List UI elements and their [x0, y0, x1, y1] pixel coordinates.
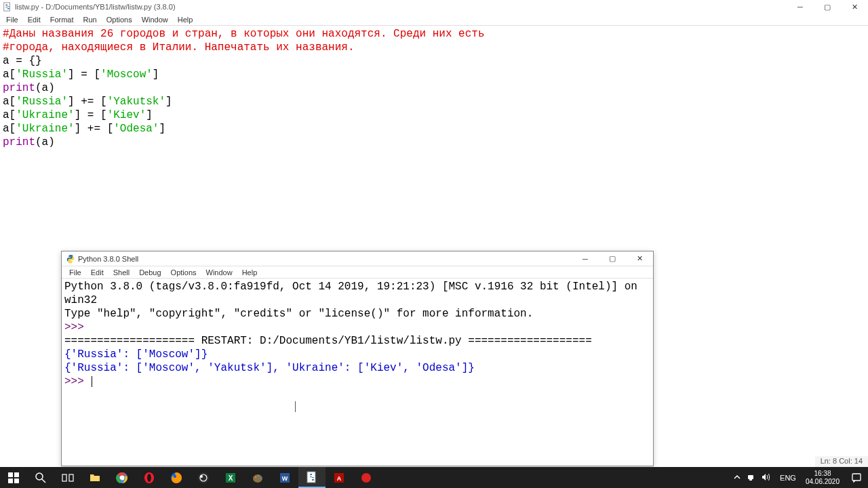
shell-menu-file[interactable]: File — [64, 268, 86, 277]
svg-line-6 — [42, 479, 45, 483]
svg-rect-2 — [14, 472, 19, 477]
svg-rect-8 — [69, 474, 73, 481]
svg-point-28 — [361, 473, 371, 483]
svg-text:X: X — [229, 474, 233, 482]
svg-text:A: A — [337, 475, 342, 482]
acrobat-icon[interactable]: A — [326, 467, 353, 488]
chevron-up-icon[interactable] — [734, 474, 741, 482]
menu-file[interactable]: File — [1, 15, 23, 24]
svg-point-20 — [255, 476, 256, 477]
network-icon[interactable] — [746, 472, 755, 483]
obs-icon[interactable] — [190, 467, 217, 488]
editor-titlebar: listw.py - D:/Documents/YB1/listw/listw.… — [0, 0, 868, 14]
shell-menu-edit[interactable]: Edit — [86, 268, 108, 277]
chrome-icon[interactable] — [108, 467, 136, 488]
shell-close-button[interactable]: ✕ — [626, 251, 653, 266]
notifications-button[interactable] — [845, 467, 868, 488]
python-file-icon — [3, 2, 12, 12]
svg-rect-4 — [14, 479, 19, 483]
file-explorer-icon[interactable] — [81, 467, 108, 488]
menu-format[interactable]: Format — [45, 15, 79, 24]
svg-point-12 — [147, 474, 151, 482]
editor-window-controls: ─ ▢ ✕ — [787, 0, 868, 14]
taskbar-right: ENG 16:38 04.06.2020 — [728, 467, 868, 488]
volume-icon[interactable] — [761, 472, 770, 483]
shell-menu-options[interactable]: Options — [166, 268, 201, 277]
start-button[interactable] — [0, 467, 27, 488]
shell-titlebar: Python 3.8.0 Shell ─ ▢ ✕ — [62, 251, 653, 266]
menu-edit[interactable]: Edit — [23, 15, 45, 24]
svg-point-21 — [258, 474, 259, 476]
language-indicator[interactable]: ENG — [776, 474, 800, 482]
svg-rect-31 — [852, 474, 861, 481]
text-cursor-icon — [295, 401, 296, 412]
menu-run[interactable]: Run — [79, 15, 102, 24]
maximize-button[interactable]: ▢ — [814, 0, 841, 14]
svg-rect-1 — [8, 472, 13, 477]
excel-icon[interactable]: X — [217, 467, 244, 488]
svg-rect-29 — [748, 475, 753, 479]
shell-menu-shell[interactable]: Shell — [108, 268, 134, 277]
menu-options[interactable]: Options — [102, 15, 137, 24]
shell-menu-debug[interactable]: Debug — [134, 268, 165, 277]
shell-title: Python 3.8.0 Shell — [78, 255, 138, 263]
editor-title: listw.py - D:/Documents/YB1/listw/listw.… — [15, 3, 176, 11]
record-icon[interactable] — [353, 467, 380, 488]
firefox-icon[interactable] — [163, 467, 190, 488]
svg-rect-30 — [749, 479, 752, 481]
clock-date: 04.06.2020 — [806, 478, 840, 486]
shell-output-area[interactable]: Python 3.8.0 (tags/v3.8.0:fa919fd, Oct 1… — [62, 279, 653, 466]
menu-window[interactable]: Window — [137, 15, 173, 24]
svg-rect-3 — [8, 479, 13, 483]
minimize-button[interactable]: ─ — [787, 0, 814, 14]
shell-window-controls: ─ ▢ ✕ — [572, 251, 653, 266]
svg-point-5 — [36, 473, 43, 480]
paint-icon[interactable] — [244, 467, 271, 488]
clock[interactable]: 16:38 04.06.2020 — [800, 470, 845, 486]
shell-maximize-button[interactable]: ▢ — [599, 251, 626, 266]
task-view-button[interactable] — [54, 467, 81, 488]
svg-point-16 — [200, 475, 203, 478]
clock-time: 16:38 — [806, 470, 840, 478]
shell-menubar: File Edit Shell Debug Options Window Hel… — [62, 266, 653, 279]
menu-help[interactable]: Help — [173, 15, 198, 24]
taskbar: X W A ENG 16:38 04.06.2020 — [0, 467, 868, 488]
shell-menu-help[interactable]: Help — [237, 268, 262, 277]
idle-taskbar-icon[interactable] — [298, 467, 326, 488]
close-button[interactable]: ✕ — [841, 0, 868, 14]
svg-text:W: W — [282, 475, 288, 482]
svg-point-22 — [260, 477, 261, 479]
svg-rect-7 — [62, 474, 66, 481]
shell-minimize-button[interactable]: ─ — [572, 251, 599, 266]
shell-window: Python 3.8.0 Shell ─ ▢ ✕ File Edit Shell… — [61, 251, 654, 466]
opera-icon[interactable] — [136, 467, 163, 488]
editor-statusbar: Ln: 8 Col: 14 — [815, 456, 868, 467]
shell-menu-window[interactable]: Window — [201, 268, 237, 277]
editor-menubar: File Edit Format Run Options Window Help — [0, 14, 868, 26]
word-icon[interactable]: W — [271, 467, 298, 488]
system-tray[interactable] — [728, 472, 776, 483]
search-button[interactable] — [27, 467, 54, 488]
python-shell-icon — [66, 254, 75, 264]
